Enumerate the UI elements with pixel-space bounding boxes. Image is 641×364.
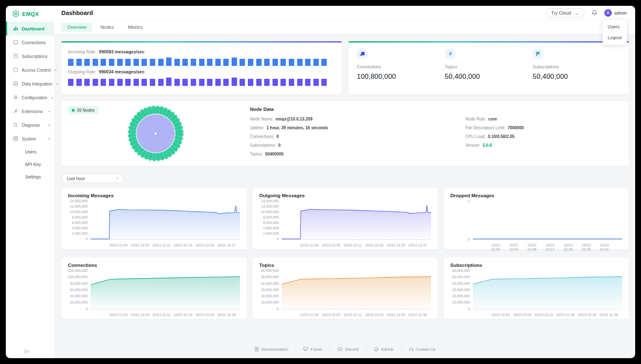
x-tick-label: 10/23 22:02	[322, 243, 341, 247]
sidebar-item-settings[interactable]: Settings	[6, 171, 54, 183]
try-cloud-button[interactable]: Try Cloud →	[545, 8, 585, 18]
rate-bar	[313, 59, 319, 66]
brand[interactable]: EMQX	[6, 6, 54, 22]
rate-bar	[68, 59, 73, 66]
user-name: admin	[614, 10, 627, 15]
field-value: 0.10/0.58/2.05	[488, 134, 515, 139]
nodes-count-badge[interactable]: 39 Nodes	[68, 106, 98, 114]
rate-bar	[93, 59, 98, 66]
plot-area	[91, 270, 240, 309]
sidebar-item-subscriptions[interactable]: Subscriptions	[6, 49, 54, 63]
y-tick-label: 10,000,000	[452, 301, 470, 304]
tab-metrics[interactable]: Metrics	[122, 23, 149, 32]
subscriptions-chart[interactable]: Subscriptions 60,000,00050,000,00040,000…	[444, 258, 629, 319]
y-tick-label: 20,000,000	[452, 294, 470, 298]
chart-title: Subscriptions	[450, 263, 622, 268]
user-menu-trigger[interactable]: A admin	[604, 9, 627, 17]
rate-bar	[273, 59, 278, 66]
stat-value: 50,400,000	[532, 73, 621, 80]
totals-card: Connections 100,800,000 # Topics 50,400,…	[348, 41, 629, 94]
sidebar-item-dashboard[interactable]: Dashboard	[6, 22, 54, 35]
y-tick-label: 6,000,000	[263, 221, 279, 225]
svg-text:#: #	[449, 51, 452, 57]
sidebar-item-configuration[interactable]: Configuration	[6, 90, 54, 104]
rate-bar	[101, 59, 106, 66]
x-axis: 10/23 21:5410/23 22:0310/23 22:1110/23 2…	[473, 311, 622, 317]
menu-item-logout[interactable]: Logout	[603, 32, 627, 43]
y-tick-label: 80,000,000	[70, 282, 88, 286]
rate-bar	[141, 59, 147, 66]
sidebar-item-diagnose[interactable]: Diagnose	[6, 118, 54, 132]
y-tick-label: 12,000,000	[261, 205, 279, 208]
footer-link-discord[interactable]: Discord	[330, 347, 366, 351]
footer-link-label: Documentation	[261, 347, 288, 351]
x-tick-label: 10/23 22:28	[386, 243, 405, 247]
sidebar-item-label: Data Integration	[22, 81, 52, 86]
x-tick-label: 10/23 22:02	[131, 243, 149, 247]
rate-bar	[289, 59, 294, 66]
menu-item-users[interactable]: Users	[603, 21, 627, 32]
dropped-messages-chart[interactable]: Dropped Messages 10 10/23 21:5310/23 22:…	[444, 188, 629, 249]
rate-bar	[248, 59, 253, 66]
y-tick-label: 14,000,000	[261, 199, 279, 203]
footer-link-contact-us[interactable]: Contact Us	[401, 347, 443, 351]
sidebar-item-label: Access Control	[22, 68, 50, 73]
rate-bar	[256, 79, 262, 86]
x-tick-label: 10/23 21:54	[300, 313, 319, 317]
collapse-sidebar-button[interactable]	[6, 345, 54, 358]
x-tick-label: 10/23 22:37	[408, 243, 427, 247]
sidebar-item-api-key[interactable]: API Key	[6, 158, 54, 171]
sidebar-item-users[interactable]: Users	[6, 146, 54, 158]
notification-bell-icon[interactable]	[591, 10, 598, 16]
y-tick-label: 20,000,000	[70, 301, 88, 304]
footer-link-documentation[interactable]: Documentation	[247, 347, 295, 351]
y-tick-label: 50,000,000	[452, 275, 470, 279]
incoming-rate-value: 990083 messages/sec	[99, 49, 144, 54]
footer-link-github[interactable]: GitHub	[366, 347, 401, 351]
sidebar-item-connections[interactable]: Connections	[6, 35, 54, 49]
field-value: core	[488, 117, 497, 121]
y-tick-label: 1	[468, 199, 470, 203]
topics-chart[interactable]: Topics 60,000,00050,000,00040,000,00030,…	[252, 258, 438, 319]
rate-bar	[68, 79, 73, 86]
connections-chart[interactable]: Connections 120,000,000100,000,00080,000…	[61, 258, 247, 319]
tab-overview[interactable]: Overview	[61, 23, 92, 32]
field-value: 50400000	[265, 152, 284, 156]
y-tick-label: 0	[277, 307, 279, 311]
outgoing-messages-chart[interactable]: Outgoing Messages 14,000,00012,000,00010…	[252, 188, 438, 249]
x-tick-label: 10/23 22:29	[195, 313, 214, 317]
tab-nodes[interactable]: Nodes	[95, 23, 120, 32]
rate-bar	[158, 79, 164, 86]
field-label: File Descriptors Limit:	[465, 126, 505, 130]
stat-value: 100,800,000	[357, 73, 445, 80]
sidebar-item-extensions[interactable]: Extensions	[6, 104, 54, 118]
sidebar-item-access-control[interactable]: Access Control	[6, 63, 54, 77]
y-tick-label: 4,000,000	[72, 226, 88, 230]
sidebar-item-system[interactable]: System	[6, 132, 54, 146]
y-tick-label: 8,000,000	[263, 216, 279, 219]
rate-bar	[76, 59, 82, 66]
chevron-down-icon	[50, 96, 54, 99]
stat-topics: # Topics 50,400,000	[445, 48, 533, 80]
outgoing-rate-bars	[68, 77, 335, 86]
node-data-panel: Node Data Node Name:emqx@10.0.13.209 Upt…	[250, 101, 629, 166]
message-rate-card: Incoming Rate: 990083 messages/sec Outgo…	[61, 41, 342, 94]
user-dropdown-menu: Users Logout	[603, 20, 627, 45]
rate-bar	[199, 59, 204, 66]
y-axis: 10	[449, 199, 473, 241]
sidebar-item-label: Extensions	[22, 109, 44, 114]
rate-bar	[207, 79, 212, 86]
rate-bar	[117, 59, 123, 66]
topics-stat-icon: #	[445, 48, 456, 59]
magnifier-icon	[13, 122, 18, 128]
footer-link-forum[interactable]: Forum	[296, 347, 329, 351]
time-range-select[interactable]: Last hour	[61, 173, 124, 183]
x-tick-label: 10/23 22:29	[386, 313, 405, 317]
chevron-down-icon	[116, 176, 119, 180]
y-tick-label: 2,000,000	[72, 232, 88, 236]
try-cloud-label: Try Cloud	[551, 10, 571, 15]
incoming-messages-chart[interactable]: Incoming Messages 14,000,00012,000,00010…	[61, 188, 247, 249]
y-tick-label: 0	[277, 237, 279, 241]
sidebar-item-data-integration[interactable]: Data Integration	[6, 77, 54, 90]
plot-area	[473, 201, 622, 240]
